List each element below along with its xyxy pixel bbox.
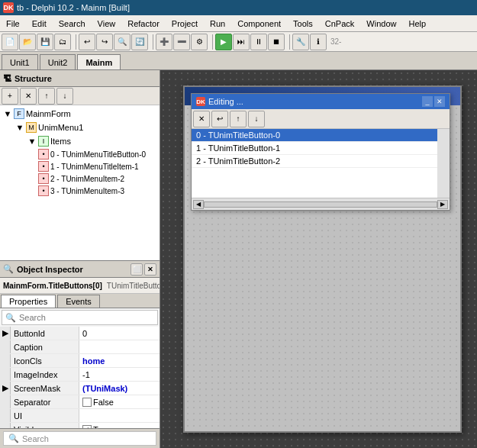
menu-run[interactable]: Run	[204, 18, 231, 30]
expand-items[interactable]: ▼	[26, 135, 38, 147]
prop-value-buttonid[interactable]: 0	[79, 327, 160, 340]
prop-row-iconcls[interactable]: IconCls home	[0, 354, 160, 368]
inspector-expand[interactable]: ⬜	[131, 263, 143, 276]
menu-view[interactable]: View	[92, 18, 122, 30]
save-all-button[interactable]: 🗂	[54, 34, 71, 50]
struct-add[interactable]: +	[2, 88, 18, 105]
editing-list-item-0[interactable]: 0 - TUnimTitleButton-0	[192, 129, 437, 142]
menu-file[interactable]: File	[0, 18, 26, 30]
struct-down[interactable]: ↓	[56, 88, 73, 105]
tree-item-unimmenu1[interactable]: ▼ M UnimMenu1	[2, 121, 158, 134]
editing-list-item-2[interactable]: 2 - TUnimTitleButton-2	[192, 155, 437, 168]
tab-unit1[interactable]: Unit1	[2, 54, 38, 69]
tree-item-item0[interactable]: • 0 - TUnimMenuTitleButton-0	[2, 148, 158, 160]
tree-item-item2[interactable]: • 2 - TUnimMenuItem-2	[2, 172, 158, 185]
tree-content[interactable]: ▼ F MainmForm ▼ M UnimMenu1 ▼ I I	[0, 105, 160, 260]
inspector-close[interactable]: ✕	[144, 263, 156, 276]
editing-scrollbar[interactable]	[437, 129, 450, 198]
undo-button[interactable]: ↩	[79, 34, 95, 50]
separator4	[287, 34, 290, 50]
replace-button[interactable]: 🔄	[131, 34, 148, 50]
tab-unit2[interactable]: Unit2	[40, 54, 76, 69]
dialog-close[interactable]: ✕	[434, 96, 445, 107]
expand-mainform[interactable]: ▼	[2, 108, 14, 120]
add-button[interactable]: ➕	[156, 34, 172, 50]
separator1	[73, 34, 76, 50]
stop-button[interactable]: ⏹	[268, 34, 285, 50]
gear-button[interactable]: 🔧	[292, 34, 309, 50]
save-button[interactable]: 💾	[37, 34, 53, 50]
run-button[interactable]: ▶	[215, 34, 232, 50]
editing-list-item-1[interactable]: 1 - TUnimTitleButton-1	[192, 142, 437, 155]
tab-events[interactable]: Events	[57, 295, 100, 308]
menu-edit[interactable]: Edit	[26, 18, 53, 30]
row-indicator: ▶	[0, 382, 11, 395]
edit-down[interactable]: ↓	[248, 111, 265, 127]
redo-button[interactable]: ↪	[96, 34, 113, 50]
bottom-search-icon: 🔍	[8, 433, 19, 443]
find-button[interactable]: 🔍	[114, 34, 131, 50]
tab-mainm[interactable]: Mainm	[77, 54, 121, 69]
prop-value-visible[interactable]: ✓ True	[79, 423, 160, 428]
editing-title: DK Editing ... _ ✕	[192, 94, 450, 109]
prop-row-caption[interactable]: Caption	[0, 340, 160, 354]
tree-item-items[interactable]: ▼ I Items	[2, 134, 158, 148]
prop-value-imageindex[interactable]: -1	[79, 368, 160, 381]
editing-hscroll[interactable]: ◀ ▶	[192, 198, 450, 210]
editing-list[interactable]: 0 - TUnimTitleButton-0 1 - TUnimTitleBut…	[192, 129, 437, 198]
edit-up[interactable]: ↑	[230, 111, 247, 127]
config-button[interactable]: ⚙	[191, 34, 208, 50]
prop-value-iconcls[interactable]: home	[79, 354, 160, 367]
prop-value-separator[interactable]: False	[79, 395, 160, 408]
tree-item-mainform[interactable]: ▼ F MainmForm	[2, 107, 158, 121]
form-area[interactable]: MainmForm ☰ UnimMenu1 DK Editing ...	[160, 70, 477, 448]
open-button[interactable]: 📂	[19, 34, 36, 50]
prop-row-imageindex[interactable]: ImageIndex -1	[0, 368, 160, 382]
edit-undo[interactable]: ↩	[211, 111, 228, 127]
inspector-tabs: Properties Events	[0, 294, 160, 308]
menu-window[interactable]: Window	[360, 18, 402, 30]
row-indicator	[0, 368, 11, 381]
dialog-minimize[interactable]: _	[422, 96, 433, 107]
tree-item-item1[interactable]: • 1 - TUnimMenuTitleItem-1	[2, 160, 158, 172]
pause-button[interactable]: ⏸	[250, 34, 267, 50]
step-button[interactable]: ⏭	[233, 34, 250, 50]
separator2	[150, 34, 153, 50]
struct-del[interactable]: ✕	[20, 88, 37, 105]
menu-refactor[interactable]: Refactor	[121, 18, 166, 30]
edit-delete[interactable]: ✕	[193, 111, 210, 127]
new-button[interactable]: 📄	[2, 34, 18, 50]
property-table: ▶ ButtonId 0 Caption IconCls home	[0, 327, 160, 428]
menu-project[interactable]: Project	[166, 18, 204, 30]
prop-value-caption[interactable]	[79, 340, 160, 353]
prop-row-buttonid[interactable]: ▶ ButtonId 0	[0, 327, 160, 340]
scroll-right[interactable]: ▶	[437, 200, 448, 209]
left-panel: 🏗 Structure + ✕ ↑ ↓ ▼ F MainmForm ▼	[0, 70, 160, 448]
prop-row-visible[interactable]: Visible ✓ True	[0, 423, 160, 428]
struct-up[interactable]: ↑	[38, 88, 55, 105]
search-input[interactable]	[19, 313, 154, 322]
menu-search[interactable]: Search	[53, 18, 92, 30]
search-box[interactable]: 🔍	[2, 310, 158, 325]
tree-item-item3[interactable]: • 3 - TUnimMenuItem-3	[2, 185, 158, 197]
tab-properties[interactable]: Properties	[1, 295, 56, 308]
scroll-left[interactable]: ◀	[193, 200, 204, 209]
structure-panel: 🏗 Structure + ✕ ↑ ↓ ▼ F MainmForm ▼	[0, 70, 160, 261]
row-indicator	[0, 354, 11, 367]
menu-help[interactable]: Help	[402, 18, 432, 30]
prop-value-ui[interactable]	[79, 409, 160, 422]
prop-row-separator[interactable]: Separator False	[0, 395, 160, 409]
prop-value-screenmask[interactable]: (TUniMask)	[79, 382, 160, 395]
status-search[interactable]: 🔍 Search	[0, 428, 160, 448]
info-button[interactable]: ℹ	[310, 34, 327, 50]
separator-checkbox[interactable]	[82, 398, 92, 407]
editing-toolbar: ✕ ↩ ↑ ↓	[192, 109, 450, 129]
prop-row-screenmask[interactable]: ▶ ScreenMask (TUniMask)	[0, 382, 160, 395]
menu-cnpack[interactable]: CnPack	[319, 18, 361, 30]
menu-component[interactable]: Component	[231, 18, 287, 30]
prop-name-buttonid: ButtonId	[11, 327, 79, 340]
remove-button[interactable]: ➖	[173, 34, 190, 50]
prop-row-ui[interactable]: UI	[0, 409, 160, 423]
expand-menu1[interactable]: ▼	[14, 121, 26, 134]
menu-tools[interactable]: Tools	[287, 18, 319, 30]
